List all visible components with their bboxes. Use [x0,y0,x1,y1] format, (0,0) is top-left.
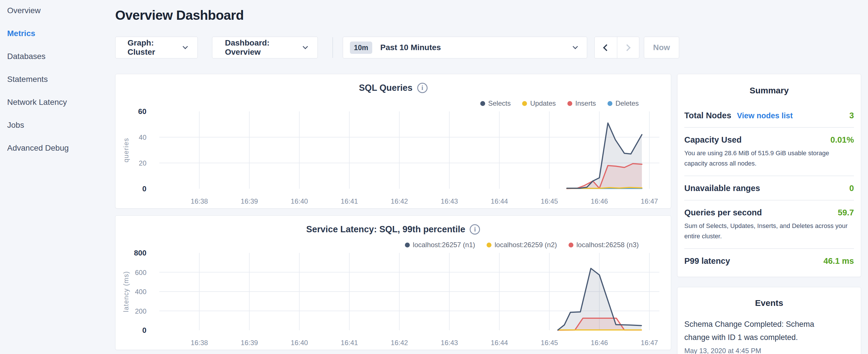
svg-text:16:44: 16:44 [491,197,508,205]
legend-item: localhost:26258 (n3) [568,241,639,249]
svg-text:800: 800 [134,249,147,257]
event-text: Schema Change Completed: Schema change w… [684,318,825,344]
chevron-down-icon [572,44,578,49]
chevron-left-icon [603,44,610,51]
svg-text:16:41: 16:41 [341,339,358,347]
graph-scope-label: Graph: Cluster [127,38,183,57]
chevron-right-icon [624,44,631,51]
legend-item: Inserts [567,99,596,107]
sidebar-item-metrics[interactable]: Metrics [0,22,115,45]
info-icon[interactable]: i [417,83,428,93]
sidebar-item-label: Network Latency [7,98,67,107]
sidebar-item-label: Jobs [7,121,24,130]
service-latency-chart-card: 16:3816:3916:4016:4116:4216:4316:4416:45… [115,215,671,350]
svg-text:16:40: 16:40 [291,197,308,205]
time-prev-button[interactable] [595,37,617,58]
svg-text:16:45: 16:45 [541,339,558,347]
svg-text:0: 0 [143,326,147,334]
summary-row-value: 59.7 [838,208,854,217]
legend-dot-selects [480,101,485,106]
sidebar-item-label: Overview [7,6,41,15]
legend-label: localhost:26259 (n2) [495,241,557,249]
sidebar-item-network-latency[interactable]: Network Latency [0,91,115,114]
legend-label: Selects [488,99,511,107]
legend-item: localhost:26257 (n1) [405,241,475,249]
sidebar: Overview Metrics Databases Statements Ne… [0,0,115,160]
summary-row-value: 0 [849,184,854,193]
svg-text:20: 20 [139,159,147,167]
summary-row-total-nodes: Total Nodes View nodes list 3 [684,103,854,127]
sidebar-item-overview[interactable]: Overview [0,0,115,22]
svg-text:16:46: 16:46 [591,339,608,347]
svg-text:16:45: 16:45 [541,197,558,205]
sidebar-item-statements[interactable]: Statements [0,68,115,91]
svg-text:400: 400 [135,288,147,296]
summary-row-value: 3 [849,111,854,120]
svg-text:16:43: 16:43 [441,197,458,205]
legend-item: Deletes [608,99,639,107]
event-timestamp: May 13, 2020 at 4:45 PM [684,347,854,354]
summary-row-label: Unavailable ranges [684,184,760,193]
service-latency-chart[interactable]: 16:3816:3916:4016:4116:4216:4316:4416:45… [116,216,672,350]
summary-row-value: 46.1 ms [824,256,854,266]
svg-text:16:40: 16:40 [291,339,308,347]
svg-text:40: 40 [139,133,147,141]
svg-text:16:42: 16:42 [391,339,408,347]
graph-scope-dropdown[interactable]: Graph: Cluster [115,37,198,58]
chart-title-row: SQL Queries i [116,83,671,93]
svg-text:16:39: 16:39 [241,197,258,205]
summary-row-capacity-used: Capacity Used 0.01% You are using 28.6 M… [684,127,854,175]
controls-divider [333,37,333,58]
svg-text:16:38: 16:38 [191,197,208,205]
time-nav-arrows [594,37,639,58]
info-icon[interactable]: i [470,224,480,234]
legend-label: localhost:26258 (n3) [577,241,639,249]
chart-title: SQL Queries [359,83,412,93]
svg-text:16:39: 16:39 [241,339,258,347]
sql-queries-chart-card: 16:3816:3916:4016:4116:4216:4316:4416:45… [115,74,671,208]
chart-title: Service Latency: SQL, 99th percentile [306,224,465,234]
summary-row-queries-per-second: Queries per second 59.7 Sum of Selects, … [684,200,854,248]
time-next-button[interactable] [617,37,639,58]
legend-dot-updates [522,101,527,106]
event-list-item[interactable]: Schema Change Completed: Schema change w… [684,318,854,354]
now-button-label: Now [653,43,670,52]
legend-dot-n3 [568,243,574,248]
legend-label: localhost:26257 (n1) [413,241,475,249]
chevron-down-icon [183,44,188,49]
summary-row-unavailable-ranges: Unavailable ranges 0 [684,175,854,200]
time-range-badge: 10m [350,41,372,54]
legend-label: Inserts [576,99,596,107]
svg-text:0: 0 [143,185,147,193]
time-range-dropdown[interactable]: 10m Past 10 Minutes [343,37,587,58]
svg-text:60: 60 [138,107,147,116]
summary-row-label: Queries per second [684,208,762,217]
sidebar-item-label: Metrics [7,29,35,38]
dashboard-dropdown[interactable]: Dashboard: Overview [212,37,318,58]
svg-text:queries: queries [122,138,130,162]
legend-item: Selects [480,99,511,107]
svg-text:16:42: 16:42 [391,197,408,205]
svg-text:16:44: 16:44 [491,339,508,347]
sidebar-item-jobs[interactable]: Jobs [0,114,115,137]
overview-dashboard-page: Overview Metrics Databases Statements Ne… [0,0,868,354]
sidebar-item-advanced-debug[interactable]: Advanced Debug [0,137,115,160]
svg-text:16:47: 16:47 [641,197,658,205]
legend-dot-n1 [405,243,410,248]
now-button[interactable]: Now [644,37,679,58]
summary-title: Summary [684,82,854,103]
legend-dot-n2 [487,243,492,248]
summary-row-label: Capacity Used [684,135,742,144]
summary-row-value: 0.01% [831,135,854,144]
sql-queries-chart[interactable]: 16:3816:3916:4016:4116:4216:4316:4416:45… [116,74,672,209]
legend-item: Updates [522,99,556,107]
svg-text:16:38: 16:38 [191,339,208,347]
time-range-label: Past 10 Minutes [380,43,574,52]
summary-row-subtext: Sum of Selects, Updates, Inserts, and De… [684,221,854,242]
summary-panel: Summary Total Nodes View nodes list 3 Ca… [677,74,861,277]
sidebar-item-label: Advanced Debug [7,143,69,153]
view-nodes-list-link[interactable]: View nodes list [737,111,793,120]
sidebar-item-databases[interactable]: Databases [0,45,115,68]
chart-legend: localhost:26257 (n1) localhost:26259 (n2… [394,241,639,249]
summary-row-subtext: You are using 28.6 MiB of 515.9 GiB usab… [684,148,854,169]
